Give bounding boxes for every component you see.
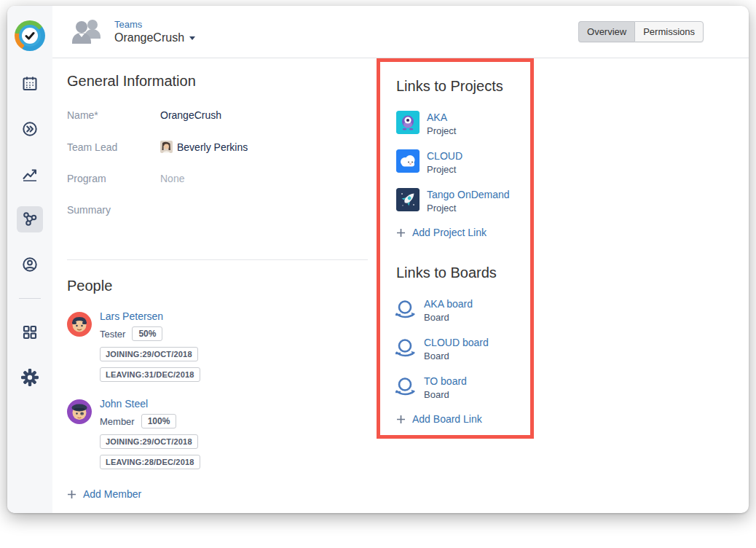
project-link[interactable]: AKA: [427, 111, 456, 123]
board-link[interactable]: TO board: [424, 375, 467, 387]
breadcrumb-teams-link[interactable]: Teams: [114, 19, 195, 30]
rocket-avatar-icon: [396, 188, 420, 211]
member-name-link[interactable]: Lars Petersen: [100, 310, 163, 322]
page-title: OrangeCrush: [114, 31, 184, 44]
link-type: Board: [424, 389, 467, 400]
section-divider: [67, 259, 368, 260]
project-link[interactable]: Tango OnDemand: [427, 189, 510, 200]
plus-icon: [396, 228, 406, 238]
leaving-badge: LEAVING:28/DEC/2018: [100, 455, 200, 469]
project-link[interactable]: CLOUD: [427, 150, 462, 162]
name-label: Name*: [67, 109, 160, 121]
program-label: Program: [67, 173, 160, 184]
add-board-link-label: Add Board Link: [412, 413, 482, 425]
team-lead-label: Team Lead: [67, 141, 160, 153]
portfolio-logo-icon[interactable]: [15, 20, 45, 51]
profile-icon[interactable]: [17, 251, 43, 278]
plus-icon: [396, 415, 406, 424]
link-type: Board: [424, 351, 489, 361]
overview-button[interactable]: Overview: [578, 21, 634, 42]
chevron-down-icon: [189, 36, 195, 40]
add-project-link-button[interactable]: Add Project Link: [396, 227, 523, 238]
member-row: Lars Petersen Tester 50% JOINING:29/OCT/…: [67, 310, 368, 382]
page-header: Teams OrangeCrush Overview Permissions: [52, 6, 749, 58]
program-value[interactable]: None: [160, 173, 184, 184]
sprint-board-icon: [393, 337, 420, 359]
team-lead-avatar: [160, 141, 173, 153]
link-type: Project: [427, 164, 462, 175]
board-link-row: CLOUD board Board: [396, 336, 523, 361]
project-link-row: CLOUD Project: [396, 149, 523, 175]
project-link-row: Tango OnDemand Project: [396, 188, 523, 214]
link-type: Board: [424, 312, 473, 323]
content-area: General Information Name* OrangeCrush Te…: [52, 58, 749, 513]
bulk-add-members-label: Bulk Add Members: [83, 512, 169, 513]
team-title-dropdown[interactable]: OrangeCrush: [114, 31, 195, 44]
people-heading: People: [67, 278, 368, 294]
member-avatar: [67, 399, 92, 424]
sidebar-divider: [19, 298, 41, 299]
member-row: John Steel Member 100% JOINING:29/OCT/20…: [67, 398, 368, 469]
add-member-label: Add Member: [83, 488, 141, 500]
summary-label: Summary: [67, 204, 160, 216]
program-field-row: Program None: [67, 173, 368, 184]
team-details-column: General Information Name* OrangeCrush Te…: [67, 58, 368, 513]
reports-icon[interactable]: [17, 161, 43, 187]
member-avatar: [67, 312, 92, 337]
general-information-heading: General Information: [67, 73, 368, 90]
teams-icon[interactable]: [17, 206, 43, 232]
summary-textarea[interactable]: [160, 204, 368, 238]
releases-icon[interactable]: [17, 116, 43, 142]
links-to-projects-heading: Links to Projects: [396, 78, 523, 95]
app-window: Teams OrangeCrush Overview Permissions G…: [7, 6, 749, 513]
board-link[interactable]: CLOUD board: [424, 337, 489, 348]
calendar-icon[interactable]: [17, 71, 43, 97]
settings-gear-icon[interactable]: [17, 364, 43, 391]
plus-icon: [67, 490, 76, 499]
alien-avatar-icon: [396, 111, 420, 134]
sidebar: [7, 6, 52, 513]
link-type: Project: [427, 125, 456, 136]
sprint-board-icon: [393, 299, 420, 321]
team-group-icon: [71, 18, 105, 46]
name-value[interactable]: OrangeCrush: [160, 109, 221, 121]
joining-badge: JOINING:29/OCT/2018: [100, 434, 198, 449]
team-lead-field-row: Team Lead Beverly Perkins: [67, 141, 368, 153]
highlight-box: Links to Projects AKA Project: [377, 58, 534, 439]
links-to-boards-heading: Links to Boards: [396, 265, 523, 281]
main-area: Teams OrangeCrush Overview Permissions G…: [52, 6, 749, 513]
apps-icon[interactable]: [17, 319, 43, 345]
cloud-avatar-icon: [396, 149, 420, 173]
project-link-row: AKA Project: [396, 111, 523, 136]
member-role: Tester: [100, 329, 125, 340]
name-field-row: Name* OrangeCrush: [67, 109, 368, 121]
sprint-board-icon: [393, 376, 420, 398]
member-name-link[interactable]: John Steel: [100, 398, 148, 410]
bulk-add-members-button[interactable]: Bulk Add Members: [67, 512, 368, 513]
allocation-badge: 100%: [141, 414, 177, 428]
team-lead-name: Beverly Perkins: [177, 141, 248, 153]
add-project-link-label: Add Project Link: [412, 227, 487, 238]
link-type: Project: [427, 203, 510, 214]
joining-badge: JOINING:29/OCT/2018: [100, 347, 198, 361]
summary-field-row: Summary: [67, 204, 368, 238]
board-link-row: AKA board Board: [396, 297, 523, 323]
member-role: Member: [100, 416, 135, 427]
plus-icon: [67, 513, 76, 514]
board-link[interactable]: AKA board: [424, 298, 473, 310]
view-switcher: Overview Permissions: [578, 21, 704, 42]
allocation-badge: 50%: [132, 326, 162, 341]
permissions-button[interactable]: Permissions: [634, 21, 704, 42]
add-member-button[interactable]: Add Member: [67, 488, 368, 500]
team-lead-value[interactable]: Beverly Perkins: [160, 141, 248, 153]
add-board-link-button[interactable]: Add Board Link: [396, 413, 523, 425]
board-link-row: TO board Board: [396, 375, 523, 400]
leaving-badge: LEAVING:31/DEC/2018: [100, 367, 200, 382]
